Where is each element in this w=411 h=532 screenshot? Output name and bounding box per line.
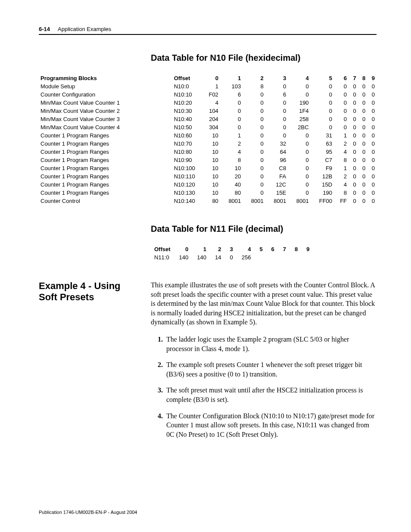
table-row: Min/Max Count Value Counter 1N10:2040001… — [39, 99, 377, 107]
cell-value: 0 — [288, 148, 310, 156]
cell-value: 0 — [367, 90, 377, 99]
cell-value: 0 — [358, 82, 367, 90]
cell-value: 0 — [358, 90, 367, 99]
example4-intro: This example illustrates the use of soft… — [151, 280, 377, 327]
cell-value: 1 — [334, 164, 349, 172]
table-row: Min/Max Count Value Counter 3N10:4020400… — [39, 115, 377, 123]
cell-value: 0 — [358, 197, 367, 205]
col-header: 0 — [202, 74, 220, 82]
cell-value: 0 — [220, 123, 243, 131]
table-row: Counter 1 Program RangesN10:901080960C78… — [39, 156, 377, 164]
cell-value: F9 — [311, 164, 334, 172]
table-row: Counter 1 Program RangesN10:10010100C80F… — [39, 164, 377, 172]
col-header: 9 — [367, 74, 377, 82]
cell-value: 0 — [220, 115, 243, 123]
cell-value: 0 — [311, 82, 334, 90]
cell-value: 0 — [311, 115, 334, 123]
cell-value: 4 — [202, 99, 220, 107]
cell-value: F02 — [202, 90, 220, 99]
cell-value: 0 — [358, 164, 367, 172]
table-n11-title: Data Table for N11 File (decimal) — [151, 224, 377, 234]
cell-value: 1 — [202, 82, 220, 90]
col-header: 0 — [175, 245, 193, 253]
cell-offset: N10:20 — [172, 99, 202, 107]
cell-value — [290, 253, 302, 261]
cell-value: 0 — [367, 107, 377, 115]
cell-value: 0 — [349, 90, 358, 99]
cell-value: 0 — [358, 99, 367, 107]
cell-value: 0 — [358, 148, 367, 156]
col-header: 8 — [290, 245, 302, 253]
cell-value: 0 — [334, 107, 349, 115]
cell-block: Counter 1 Program Ranges — [39, 140, 172, 148]
cell-value: 0 — [243, 172, 265, 180]
cell-value: 0 — [349, 172, 358, 180]
page-number: 6-14 — [39, 26, 50, 32]
col-header: 2 — [243, 74, 265, 82]
cell-block: Counter 1 Program Ranges — [39, 156, 172, 164]
cell-value: 0 — [358, 123, 367, 131]
cell-value: 0 — [220, 99, 243, 107]
cell-value: 0 — [367, 115, 377, 123]
cell-value: 95 — [311, 148, 334, 156]
cell-value: 0 — [358, 172, 367, 180]
cell-value: 0 — [367, 140, 377, 148]
cell-value — [267, 253, 279, 261]
data-table-n11: Offset 0 1 2 3 4 5 6 7 8 9 N11:014014014… — [150, 245, 314, 261]
cell-value: 0 — [358, 140, 367, 148]
cell-value: 0 — [367, 82, 377, 90]
cell-value: FF — [334, 197, 349, 205]
col-header-block: Programming Blocks — [39, 74, 172, 82]
cell-value: 0 — [349, 189, 358, 197]
cell-value: 104 — [202, 107, 220, 115]
cell-block: Min/Max Count Value Counter 4 — [39, 123, 172, 131]
cell-value: 0 — [367, 131, 377, 140]
cell-value: 0 — [288, 164, 310, 172]
cell-value: 8 — [334, 156, 349, 164]
cell-value: 140 — [175, 253, 193, 261]
cell-value: 0 — [349, 140, 358, 148]
cell-value: 80 — [202, 197, 220, 205]
cell-value: 0 — [265, 115, 288, 123]
cell-offset: N10:140 — [172, 197, 202, 205]
col-header: 8 — [358, 74, 367, 82]
cell-offset: N10:130 — [172, 189, 202, 197]
cell-value: C7 — [311, 156, 334, 164]
cell-offset: N10:30 — [172, 107, 202, 115]
cell-offset: N10:0 — [172, 82, 202, 90]
cell-value: 0 — [334, 82, 349, 90]
example4-heading: Example 4 - Using Soft Presets — [39, 280, 139, 303]
cell-value: 0 — [243, 156, 265, 164]
cell-offset: N11:0 — [150, 253, 175, 261]
cell-offset: N10:50 — [172, 123, 202, 131]
cell-block: Counter 1 Program Ranges — [39, 180, 172, 189]
cell-value: 10 — [202, 180, 220, 189]
cell-value: 0 — [288, 172, 310, 180]
cell-value: 0 — [311, 90, 334, 99]
cell-value: 0 — [334, 123, 349, 131]
cell-value: 10 — [202, 172, 220, 180]
cell-offset: N10:100 — [172, 164, 202, 172]
table-row: Counter 1 Program RangesN10:1201040012C0… — [39, 180, 377, 189]
cell-value: 0 — [367, 197, 377, 205]
cell-block: Counter Control — [39, 197, 172, 205]
col-header: 5 — [255, 245, 267, 253]
cell-value: 0 — [367, 99, 377, 107]
cell-value: 4 — [334, 148, 349, 156]
cell-value: 8 — [220, 156, 243, 164]
cell-value: 4 — [334, 180, 349, 189]
cell-value: 0 — [367, 148, 377, 156]
cell-offset: N10:70 — [172, 140, 202, 148]
cell-value: 10 — [220, 164, 243, 172]
step-item: The ladder logic uses the Example 2 prog… — [165, 335, 377, 353]
cell-value: 0 — [349, 115, 358, 123]
cell-value: C8 — [265, 164, 288, 172]
cell-value: 14 — [211, 253, 225, 261]
cell-value: 0 — [288, 131, 310, 140]
col-header: 1 — [193, 245, 211, 253]
cell-value: 0 — [243, 123, 265, 131]
cell-value: 2 — [220, 140, 243, 148]
cell-value: 140 — [193, 253, 211, 261]
col-header: 2 — [211, 245, 225, 253]
cell-block: Module Setup — [39, 82, 172, 90]
